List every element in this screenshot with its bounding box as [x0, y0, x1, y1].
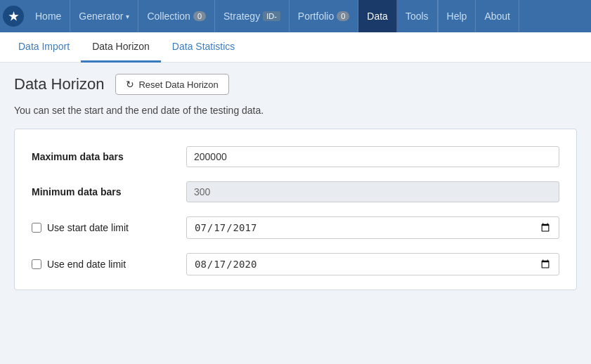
tab-data-statistics[interactable]: Data Statistics	[161, 32, 246, 63]
subtab-bar: Data Import Data Horizon Data Statistics	[0, 32, 591, 63]
nav-item-help[interactable]: Help	[439, 0, 476, 32]
reset-data-horizon-button[interactable]: ↻ Reset Data Horizon	[115, 74, 228, 95]
max-bars-input[interactable]	[186, 146, 559, 167]
max-bars-row: Maximum data bars	[32, 146, 559, 167]
start-date-label-group: Use start date limit	[32, 222, 186, 233]
nav-item-collection[interactable]: Collection 0	[138, 0, 215, 32]
min-bars-label: Minimum data bars	[32, 186, 186, 197]
nav-item-generator[interactable]: Generator ▾	[70, 0, 138, 32]
page-description: You can set the start and the end date o…	[14, 105, 577, 116]
end-date-label-group: Use end date limit	[32, 259, 186, 270]
reset-icon: ↻	[126, 79, 134, 90]
settings-card: Maximum data bars Minimum data bars Use …	[14, 129, 577, 290]
strategy-badge: ID-	[263, 11, 280, 21]
min-bars-input-wrapper	[186, 181, 559, 202]
tab-data-import[interactable]: Data Import	[7, 32, 81, 63]
start-date-checkbox[interactable]	[32, 223, 41, 233]
start-date-row: Use start date limit	[32, 216, 559, 239]
end-date-label: Use end date limit	[47, 259, 126, 270]
min-bars-row: Minimum data bars	[32, 181, 559, 202]
collection-badge: 0	[193, 11, 206, 21]
end-date-input-wrapper	[186, 253, 559, 275]
min-bars-input[interactable]	[186, 181, 559, 202]
page-header: Data Horizon ↻ Reset Data Horizon	[14, 74, 577, 95]
nav-item-portfolio[interactable]: Portfolio 0	[290, 0, 358, 32]
nav-item-about[interactable]: About	[476, 0, 519, 32]
max-bars-label: Maximum data bars	[32, 151, 186, 162]
nav-item-tools[interactable]: Tools	[397, 0, 438, 32]
start-date-input-wrapper	[186, 216, 559, 239]
nav-item-strategy[interactable]: Strategy ID-	[215, 0, 290, 32]
end-date-row: Use end date limit	[32, 253, 559, 275]
start-date-label: Use start date limit	[47, 222, 129, 233]
tab-data-horizon[interactable]: Data Horizon	[81, 32, 161, 63]
chevron-down-icon: ▾	[126, 13, 129, 20]
top-navigation: ★ Home Generator ▾ Collection 0 Strategy…	[0, 0, 591, 32]
page-content: Data Horizon ↻ Reset Data Horizon You ca…	[0, 63, 591, 363]
portfolio-badge: 0	[337, 11, 349, 21]
nav-item-home[interactable]: Home	[27, 0, 70, 32]
nav-item-data[interactable]: Data	[358, 0, 397, 32]
max-bars-input-wrapper	[186, 146, 559, 167]
logo-icon[interactable]: ★	[3, 6, 24, 27]
end-date-checkbox[interactable]	[32, 259, 41, 269]
page-title: Data Horizon	[14, 75, 104, 93]
start-date-input[interactable]	[186, 216, 559, 239]
end-date-input[interactable]	[186, 253, 559, 275]
